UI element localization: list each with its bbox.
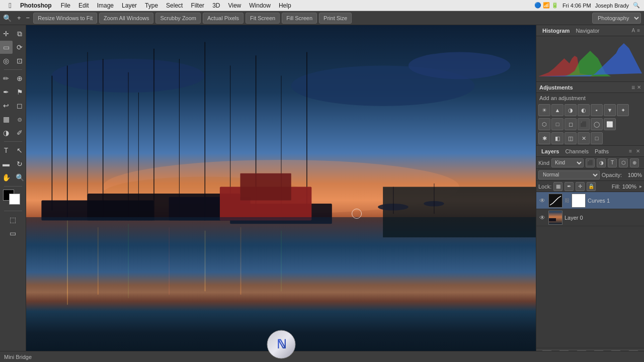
vibrance-icon[interactable]: ▪: [591, 104, 603, 116]
blend-mode-select[interactable]: Normal Dissolve Multiply Screen Overlay …: [538, 170, 600, 179]
filter-smart-icon[interactable]: ⊕: [630, 158, 639, 167]
tools-row-4: ✏ ⊕: [0, 72, 26, 85]
screen-mode-tool[interactable]: ▭: [4, 227, 22, 240]
black-white-icon[interactable]: ⬡: [538, 118, 550, 130]
photo-filter-icon[interactable]: □: [551, 118, 564, 130]
selective-color-icon[interactable]: ◫: [565, 132, 577, 144]
eyedropper-tool[interactable]: ✏: [0, 72, 13, 85]
move-tool[interactable]: ✛: [0, 27, 13, 40]
menu-help[interactable]: Help: [275, 0, 295, 11]
menu-image[interactable]: Image: [93, 0, 118, 11]
fill-screen-button[interactable]: Fill Screen: [282, 13, 317, 24]
histogram-chart: [538, 38, 642, 76]
menu-3d[interactable]: 3D: [208, 0, 224, 11]
menu-edit[interactable]: Edit: [74, 0, 93, 11]
panel-options-icon[interactable]: A: [630, 28, 636, 33]
menu-select[interactable]: Select: [162, 0, 187, 11]
actual-pixels-button[interactable]: Actual Pixels: [203, 13, 244, 24]
healing-brush-tool[interactable]: ⊕: [13, 72, 26, 85]
zoom-tool[interactable]: 🔍: [13, 171, 26, 184]
zoom-all-windows-button[interactable]: Zoom All Windows: [99, 13, 153, 24]
paths-tab[interactable]: Paths: [592, 146, 612, 157]
layers-collapse[interactable]: ✕: [634, 148, 642, 154]
layers-tab[interactable]: Layers: [538, 146, 562, 157]
workspace-selector[interactable]: Photography Essentials Design Painting: [592, 13, 641, 24]
eraser-tool[interactable]: ◻: [13, 99, 26, 112]
fill-arrow-icon[interactable]: ▸: [639, 184, 642, 189]
scrubby-zoom-button[interactable]: Scrubby Zoom: [155, 13, 201, 24]
apple-menu[interactable]: : [0, 1, 20, 10]
blur-tool[interactable]: ⌾: [13, 113, 26, 126]
lock-position[interactable]: ✛: [576, 182, 585, 191]
search-icon[interactable]: 🔍: [633, 2, 640, 9]
color-balance-icon[interactable]: ✦: [617, 104, 629, 116]
posterize-icon[interactable]: ⬜: [604, 118, 616, 130]
menu-layer[interactable]: Layer: [118, 0, 141, 11]
crop-tool[interactable]: ⊡: [13, 54, 26, 67]
resize-windows-button[interactable]: Resize Windows to Fit: [33, 13, 97, 24]
channels-tab[interactable]: Channels: [562, 146, 591, 157]
invert-icon[interactable]: ◯: [591, 118, 603, 130]
solid-color-icon[interactable]: ✕: [578, 132, 590, 144]
hand-tool[interactable]: ✋: [0, 171, 13, 184]
gradient-map-icon[interactable]: ◧: [551, 132, 564, 144]
layer-item-curves[interactable]: 👁 ⛓ Curves 1: [536, 192, 644, 209]
menu-type[interactable]: Type: [141, 0, 162, 11]
lasso-tool[interactable]: ⟳: [13, 41, 26, 54]
brightness-contrast-icon[interactable]: ☀: [538, 104, 550, 116]
quick-selection-tool[interactable]: ◎: [0, 54, 13, 67]
fit-screen-button[interactable]: Fit Screen: [246, 13, 280, 24]
color-swatches[interactable]: [2, 190, 24, 208]
rectangle-shape-tool[interactable]: ▬: [0, 157, 13, 170]
histogram-tab[interactable]: Histogram: [539, 25, 573, 36]
adjustments-options-icon[interactable]: ≡: [631, 84, 635, 91]
menu-view[interactable]: View: [224, 0, 245, 11]
curves-icon[interactable]: ◑: [565, 104, 577, 116]
kind-select[interactable]: Kind Name Effect Mode Attribute Color: [551, 158, 584, 167]
menu-filter[interactable]: Filter: [187, 0, 208, 11]
background-color[interactable]: [9, 194, 20, 205]
menu-window[interactable]: Window: [245, 0, 275, 11]
hsl-icon[interactable]: ▼: [604, 104, 616, 116]
history-brush-tool[interactable]: ↩: [0, 99, 13, 112]
navigator-tab[interactable]: Navigator: [573, 25, 602, 36]
filter-adjustment-icon[interactable]: ◑: [597, 158, 606, 167]
exposure-icon[interactable]: ◐: [578, 104, 590, 116]
zoom-out-button[interactable]: −: [25, 14, 32, 22]
filter-type-icon[interactable]: T: [608, 158, 617, 167]
tools-row-2: ▭ ⟳: [0, 41, 26, 54]
zoom-in-button[interactable]: +: [16, 14, 23, 22]
layer-visibility-curves[interactable]: 👁: [538, 197, 546, 205]
gradient-tool[interactable]: ▦: [0, 113, 13, 126]
color-lookup-icon[interactable]: ⬛: [578, 118, 590, 130]
adjustments-collapse-icon[interactable]: ✕: [637, 84, 641, 90]
print-size-button[interactable]: Print Size: [319, 13, 352, 24]
layer-visibility-photo[interactable]: 👁: [538, 214, 546, 222]
type-tool[interactable]: T: [0, 144, 13, 157]
pen-tool[interactable]: ✐: [13, 126, 26, 139]
dodge-tool[interactable]: ◑: [0, 126, 13, 139]
quick-mask-tool[interactable]: ⬚: [4, 213, 22, 226]
rectangular-marquee-tool[interactable]: ▭: [0, 41, 13, 54]
menu-file[interactable]: File: [57, 0, 74, 11]
opacity-value[interactable]: 100%: [624, 172, 642, 178]
threshold-icon[interactable]: ✱: [538, 132, 550, 144]
levels-icon[interactable]: ▲: [551, 104, 564, 116]
channel-mixer-icon[interactable]: ◻: [565, 118, 577, 130]
filter-pixel-icon[interactable]: ⬛: [586, 158, 595, 167]
fill-value[interactable]: 100%: [622, 184, 636, 190]
layers-panel-options[interactable]: ≡: [627, 148, 634, 154]
mini-bridge-label[interactable]: Mini Bridge: [4, 354, 32, 360]
path-selection-tool[interactable]: ↖: [13, 144, 26, 157]
lock-all[interactable]: 🔒: [587, 182, 596, 191]
artboard-tool[interactable]: ⧉: [13, 27, 26, 40]
brush-tool[interactable]: ✒: [0, 85, 13, 99]
lock-transparent-pixels[interactable]: ▦: [553, 182, 562, 191]
clone-stamp-tool[interactable]: ⚑: [13, 85, 26, 99]
3d-tool[interactable]: ↻: [13, 157, 26, 170]
filter-shape-icon[interactable]: ⬡: [619, 158, 628, 167]
panel-collapse-icon[interactable]: ≡: [636, 28, 641, 33]
pattern-fill-icon[interactable]: □: [591, 132, 603, 144]
lock-image-pixels[interactable]: ✒: [565, 182, 574, 191]
layer-item-photo[interactable]: 👁: [536, 209, 644, 226]
